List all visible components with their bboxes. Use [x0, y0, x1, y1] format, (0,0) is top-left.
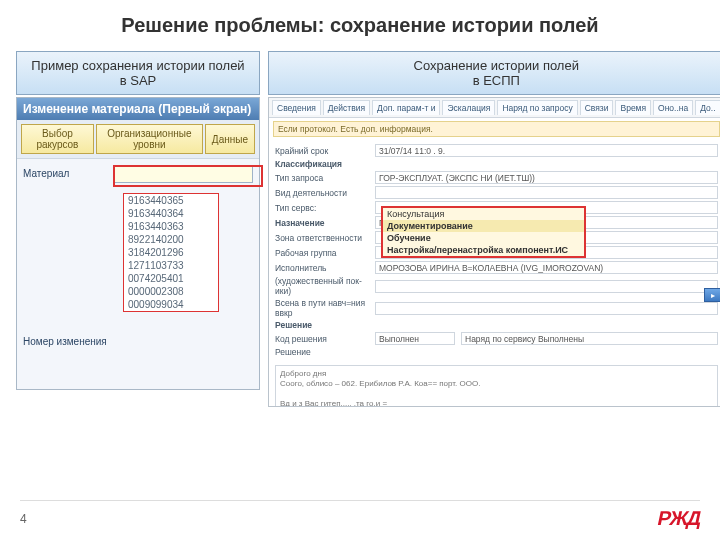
left-col-header: Пример сохранения истории полей в SAP [16, 51, 260, 95]
lbl-workgroup: Рабочая группа [275, 248, 375, 258]
lbl-solution-code: Код решения [275, 334, 375, 344]
tab[interactable]: Эскалация [442, 100, 495, 115]
sap-history-listbox[interactable]: 9163440365 9163440364 9163440363 8922140… [123, 193, 219, 312]
val-order-done[interactable]: Наряд по сервису Выполнены [461, 332, 718, 345]
sap-label-change-no: Номер изменения [23, 333, 113, 347]
lbl-responsibility: Зона ответственности [275, 233, 375, 243]
sap-input-material[interactable] [113, 165, 253, 183]
list-item[interactable]: 3184201296 [124, 246, 218, 259]
espp-tabs: Сведения Действия Доп. парам-т и Эскалац… [269, 98, 720, 118]
sap-btn-views[interactable]: Выбор ракурсов [21, 124, 94, 154]
espp-solution-text[interactable]: Доброго дня Соого, облисо – 062. Ерибило… [275, 365, 718, 407]
list-item[interactable]: 0074205401 [124, 272, 218, 285]
list-item[interactable]: 0000002308 [124, 285, 218, 298]
tab[interactable]: Доп. парам-т и [372, 100, 440, 115]
tab[interactable]: Наряд по запросу [497, 100, 577, 115]
val-solution-code[interactable]: Выполнен [375, 332, 455, 345]
val-req-type[interactable]: ГОР-ЭКСПЛУАТ. (ЭКСПС НИ (ИЕТ.ТШ)) [375, 171, 718, 184]
lbl-transit: Всена в пути навч=ния ввкр [275, 298, 375, 318]
tab[interactable]: До.. [695, 100, 720, 115]
val-transit[interactable] [375, 302, 718, 315]
lbl-solution2: Решение [275, 347, 375, 357]
scroll-right-button[interactable]: ▸ [704, 288, 720, 302]
sap-btn-org-levels[interactable]: Организационные уровни [96, 124, 203, 154]
tab[interactable]: Сведения [272, 100, 321, 115]
val-activity[interactable] [375, 186, 718, 199]
list-item[interactable]: 9163440364 [124, 207, 218, 220]
lbl-deadline: Крайний срок [275, 146, 375, 156]
list-item[interactable]: 9163440363 [124, 220, 218, 233]
list-item[interactable]: 8922140200 [124, 233, 218, 246]
list-item[interactable]: 0009099034 [124, 298, 218, 311]
espp-history-dropdown[interactable]: Консультация Документирование Обучение Н… [381, 206, 586, 258]
val-executor[interactable]: МОРОЗОВА ИРИНА В=КОЛАЕВНА (IVG_IMOROZOVA… [375, 261, 718, 274]
lbl-activity: Вид деятельности [275, 188, 375, 198]
list-item[interactable]: 1271103733 [124, 259, 218, 272]
lbl-artist: (художественный пок-ики) [275, 276, 375, 296]
sap-btn-data[interactable]: Данные [205, 124, 255, 154]
sap-window: Изменение материала (Первый экран) Выбор… [16, 97, 260, 390]
tab[interactable]: Время [615, 100, 651, 115]
list-item[interactable]: Настройка/перенастройка компонент.ИС [383, 244, 584, 256]
right-column: Сохранение истории полей в ЕСПП Сведения… [268, 51, 720, 407]
lbl-classification: Классификация [275, 159, 375, 169]
sap-window-title: Изменение материала (Первый экран) [17, 98, 259, 120]
espp-info-banner: Если протокол. Есть доп. информация. [273, 121, 720, 137]
page-number: 4 [20, 512, 27, 526]
tab[interactable]: Связи [580, 100, 614, 115]
tab[interactable]: Действия [323, 100, 370, 115]
lbl-assignment: Назначение [275, 218, 375, 228]
right-col-header: Сохранение истории полей в ЕСПП [268, 51, 720, 95]
val-deadline[interactable]: 31/07/14 11:0 . 9. [375, 144, 718, 157]
lbl-solution: Решение [275, 320, 375, 330]
list-item[interactable]: Обучение [383, 232, 584, 244]
list-item[interactable]: Консультация [383, 208, 584, 220]
tab[interactable]: Оно..на [653, 100, 693, 115]
espp-window: Сведения Действия Доп. парам-т и Эскалац… [268, 97, 720, 407]
lbl-service-type: Тип сервс: [275, 203, 375, 213]
left-column: Пример сохранения истории полей в SAP Из… [16, 51, 260, 407]
footer: 4 РЖД [20, 500, 700, 530]
val-artist[interactable] [375, 280, 718, 293]
rzd-logo: РЖД [655, 507, 702, 530]
slide-title: Решение проблемы: сохранение истории пол… [16, 8, 704, 51]
list-item[interactable]: Документирование [383, 220, 584, 232]
sap-label-material: Материал [23, 165, 113, 179]
list-item[interactable]: 9163440365 [124, 194, 218, 207]
sap-toolbar: Выбор ракурсов Организационные уровни Да… [17, 120, 259, 159]
lbl-req-type: Тип запроса [275, 173, 375, 183]
lbl-executor: Исполнитель [275, 263, 375, 273]
